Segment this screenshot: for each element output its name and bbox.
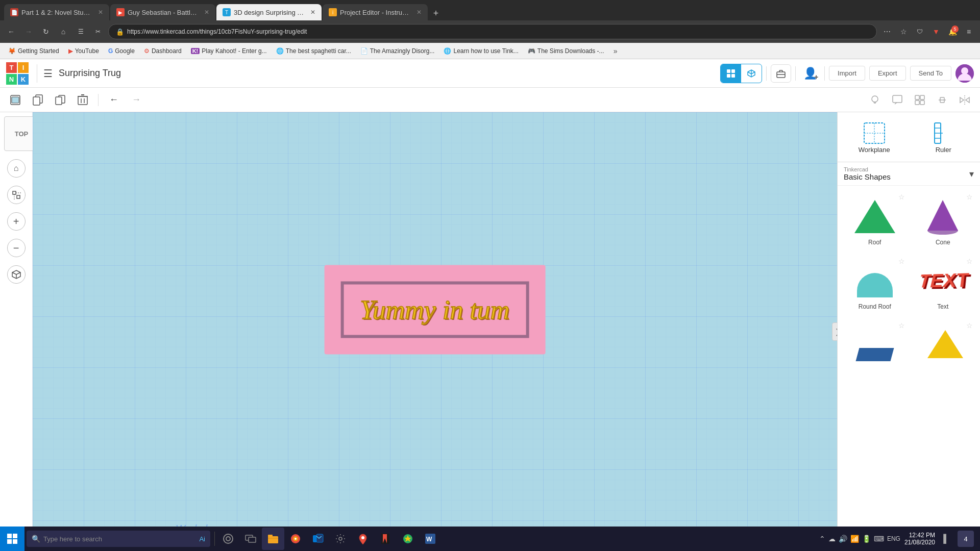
start-button[interactable] bbox=[0, 527, 24, 551]
bookmarks-overflow-button[interactable]: » bbox=[609, 45, 622, 57]
collapse-panel-button[interactable]: ❯ bbox=[832, 322, 837, 341]
bookmark-button[interactable]: ☆ bbox=[896, 24, 911, 39]
fit-view-button[interactable] bbox=[7, 186, 26, 204]
up-arrow-icon[interactable]: ⌃ bbox=[819, 535, 825, 543]
taskbar-task-view[interactable] bbox=[239, 528, 262, 550]
refresh-button[interactable]: ↻ bbox=[39, 24, 53, 39]
menu-icon[interactable]: ☰ bbox=[43, 67, 53, 80]
taskbar-cortana[interactable] bbox=[217, 528, 239, 550]
taskbar-sims[interactable] bbox=[397, 528, 419, 550]
battery-icon[interactable]: 🔋 bbox=[862, 535, 871, 543]
import-button[interactable]: Import bbox=[829, 66, 865, 81]
3d-view-button[interactable] bbox=[741, 64, 762, 83]
shape-star-roof[interactable]: ☆ bbox=[898, 193, 905, 201]
pink-inner-box[interactable]: Yummy in tum bbox=[341, 282, 529, 338]
grid-view-button[interactable] bbox=[721, 64, 741, 83]
show-desktop-button[interactable]: ▌ bbox=[939, 532, 953, 546]
tab-close-1[interactable]: ✕ bbox=[98, 9, 103, 16]
tab-close-3[interactable]: ✕ bbox=[310, 9, 315, 16]
grid-settings-button[interactable] bbox=[911, 91, 929, 109]
volume-icon[interactable]: 🔊 bbox=[839, 535, 847, 543]
new-object-button[interactable] bbox=[6, 91, 24, 109]
mirror-button[interactable] bbox=[955, 91, 974, 109]
tab-tinkercad[interactable]: T 3D design Surprising Trug | Tin... ✕ bbox=[216, 4, 322, 20]
shape-star-yellow-tri[interactable]: ☆ bbox=[966, 321, 973, 330]
taskbar-outlook[interactable] bbox=[307, 528, 329, 550]
svg-rect-49 bbox=[268, 536, 278, 543]
taskbar-firefox[interactable] bbox=[284, 528, 307, 550]
taskbar-word[interactable]: W bbox=[419, 528, 442, 550]
notification-center-button[interactable]: 4 bbox=[958, 531, 974, 547]
extensions-button[interactable]: ⋯ bbox=[880, 24, 894, 39]
shape-star-blue[interactable]: ☆ bbox=[898, 321, 905, 330]
bookmark-youtube[interactable]: ▶ YouTube bbox=[64, 45, 103, 57]
shape-star-round-roof[interactable]: ☆ bbox=[898, 257, 905, 265]
tab-close-4[interactable]: ✕ bbox=[416, 9, 422, 16]
duplicate-button[interactable] bbox=[51, 91, 69, 109]
shapes-dropdown[interactable]: Tinkercad Basic Shapes ▾ bbox=[844, 166, 974, 181]
zoom-in-button[interactable]: + bbox=[7, 212, 26, 231]
network-icon[interactable]: 📶 bbox=[850, 535, 859, 543]
taskbar-file-explorer[interactable] bbox=[262, 528, 284, 550]
tab-novel-study[interactable]: 📄 Part 1 & 2: Novel Study Final D ✕ bbox=[4, 4, 109, 20]
notifications-button[interactable]: 🔔 5 bbox=[945, 24, 960, 39]
screenshot-button[interactable]: ✂ bbox=[91, 24, 105, 39]
export-button[interactable]: Export bbox=[869, 66, 906, 81]
bookmark-disorg[interactable]: 📄 The Amazingly Disorg... bbox=[356, 45, 439, 57]
viewport[interactable]: Yummy in tum Workplane ❯ Edit Grid Snap … bbox=[33, 112, 837, 551]
pocket-button[interactable]: ▼ bbox=[929, 24, 943, 39]
tab-youtube[interactable]: ▶ Guy Sebastian - Battle Scars ✕ bbox=[110, 4, 215, 20]
onedrive-icon[interactable]: ☁ bbox=[828, 535, 836, 543]
home-view-button[interactable]: ⌂ bbox=[7, 159, 26, 178]
tinkercad-logo[interactable]: T I N K bbox=[6, 61, 31, 86]
bookmark-dashboard[interactable]: ⚙ Dashboard bbox=[140, 45, 186, 57]
briefcase-button[interactable] bbox=[771, 64, 791, 83]
user-avatar[interactable] bbox=[955, 64, 974, 83]
bookmark-sims[interactable]: 🎮 The Sims Downloads -... bbox=[524, 45, 608, 57]
shape-item-text[interactable]: ☆ TEXT Text bbox=[910, 254, 976, 316]
pink-outer-box[interactable]: Yummy in tum bbox=[325, 265, 546, 355]
shape-star-text[interactable]: ☆ bbox=[966, 257, 973, 265]
shape-item-cone[interactable]: ☆ Cone bbox=[910, 190, 976, 252]
taskbar-search[interactable]: 🔍 Type here to search Ai bbox=[27, 531, 210, 547]
workplane-button[interactable]: Workplane bbox=[842, 116, 907, 158]
taskbar-settings[interactable] bbox=[329, 528, 352, 550]
tab-instructables[interactable]: i Project Editor - Instructables ✕ bbox=[323, 4, 428, 20]
bookmark-getting-started[interactable]: 🦊 Getting Started bbox=[4, 45, 63, 57]
overflow-button[interactable]: ≡ bbox=[962, 24, 976, 39]
align-button[interactable] bbox=[933, 91, 951, 109]
bookmark-google[interactable]: G Google bbox=[104, 45, 139, 57]
taskbar-netflix[interactable] bbox=[374, 528, 397, 550]
delete-button[interactable] bbox=[74, 91, 92, 109]
bookmark-spaghetti[interactable]: 🌐 The best spaghetti car... bbox=[272, 45, 355, 57]
bookmark-tink-learn[interactable]: 🌐 Learn how to use Tink... bbox=[439, 45, 522, 57]
back-button[interactable]: ← bbox=[4, 24, 18, 39]
shape-item-roof[interactable]: ☆ Roof bbox=[842, 190, 908, 252]
add-user-button[interactable]: 👤 + bbox=[800, 64, 820, 83]
taskbar-clock[interactable]: 12:42 PM 21/08/2020 bbox=[904, 532, 935, 546]
vpn-icon[interactable]: 🛡 bbox=[913, 24, 927, 39]
new-tab-button[interactable]: + bbox=[429, 6, 443, 20]
ruler-button[interactable]: Ruler bbox=[911, 116, 976, 158]
bookmark-kahoot[interactable]: K! Play Kahoot! - Enter g... bbox=[187, 45, 271, 57]
speech-bubble-button[interactable] bbox=[888, 91, 906, 109]
3d-view-toggle[interactable] bbox=[7, 265, 26, 284]
reader-mode-button[interactable]: ☰ bbox=[74, 24, 88, 39]
forward-button[interactable]: → bbox=[21, 24, 36, 39]
home-button[interactable]: ⌂ bbox=[56, 24, 70, 39]
shape-star-cone[interactable]: ☆ bbox=[966, 193, 973, 201]
address-input[interactable]: 🔒 https://www.tinkercad.com/things/10cb7… bbox=[108, 24, 877, 39]
tab-close-2[interactable]: ✕ bbox=[204, 9, 209, 16]
shape-item-round-roof[interactable]: ☆ Round Roof bbox=[842, 254, 908, 316]
shape-item-yellow-tri[interactable]: ☆ bbox=[910, 318, 976, 373]
undo-button[interactable]: ← bbox=[105, 91, 123, 109]
light-bulb-button[interactable] bbox=[866, 91, 884, 109]
keyboard-icon[interactable]: ⌨ bbox=[874, 535, 884, 543]
copy-button[interactable] bbox=[29, 91, 47, 109]
send-to-button[interactable]: Send To bbox=[910, 66, 951, 81]
canvas-content[interactable]: Yummy in tum bbox=[325, 265, 546, 355]
taskbar-map-pin[interactable] bbox=[352, 528, 374, 550]
zoom-out-button[interactable]: − bbox=[7, 239, 26, 257]
redo-button[interactable]: → bbox=[127, 91, 145, 109]
shape-item-blue[interactable]: ☆ bbox=[842, 318, 908, 373]
